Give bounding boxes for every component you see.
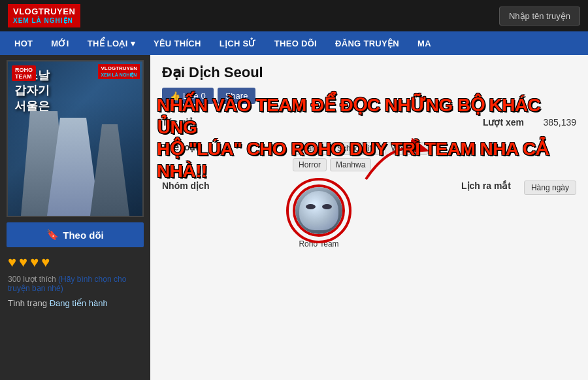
bookmark-icon: 🔖 [46,229,59,241]
stars-row: ♥ ♥ ♥ ♥ [5,254,50,271]
logo-line2: XEM LÀ NGHIỆN [13,17,75,25]
navigation: HOT MỚI THỂ LOẠI ▾ YÊU THÍCH LỊCH SỬ THE… [0,31,588,55]
votes-count: 300 lượt thích [8,275,56,284]
manga-title: Đại Dịch Seoul [162,64,576,81]
overlay-text: NHẤN VÀO TEAM ĐỂ ĐỌC NHỮNG BỘ KHÁC ỦNG H… [157,94,581,182]
sidebar: VLOGTRUYENXEM LÀ NGHIỆN 어느날갑자기서울은 ROHOTE… [0,55,150,380]
nhom-dich-value: Roho Team [293,177,433,252]
lich-badge: Hàng ngày [524,181,576,195]
logo-area: VLOGTRUYEN XEM LÀ NGHIỆN [8,4,80,27]
overlay-line1: NHẤN VÀO TEAM ĐỂ ĐỌC NHỮNG BỘ KHÁC ỦNG [157,94,581,138]
status-label: Tình trạng [8,298,47,308]
cover-characters [8,98,142,216]
nav-ma[interactable]: MA [408,31,440,55]
face-shape [299,191,338,230]
team-name: Roho Team [293,239,345,249]
nav-the-loai[interactable]: THỂ LOẠI ▾ [78,31,144,55]
cover-image: VLOGTRUYENXEM LÀ NGHIỆN 어느날갑자기서울은 ROHOTE… [7,60,144,217]
team-container[interactable]: Roho Team [293,184,345,249]
logo[interactable]: VLOGTRUYEN XEM LÀ NGHIỆN [8,4,80,27]
team-avatar[interactable] [293,184,345,237]
nav-yeu-thich[interactable]: YÊU THÍCH [144,31,210,55]
star-2[interactable]: ♥ [19,254,27,271]
team-avatar-inner [295,187,342,234]
header: VLOGTRUYEN XEM LÀ NGHIỆN Nhập tên truyện [0,0,588,31]
nav-hot[interactable]: HOT [5,31,42,55]
search-button[interactable]: Nhập tên truyện [499,7,580,26]
status-value: Đang tiến hành [50,298,108,308]
logo-line1: VLOGTRUYEN [13,7,75,17]
nhom-dich-row: Nhóm dịch Roho Team Lịch ra mắt Hàng ngà… [162,177,576,252]
content-area: Đại Dịch Seoul 👍 Like 0 Share NHẤN VÀO T… [150,55,588,380]
star-1[interactable]: ♥ [8,254,16,271]
follow-label: Theo dõi [63,230,104,241]
nav-theo-doi[interactable]: THEO DÕI [265,31,326,55]
follow-button[interactable]: 🔖 Theo dõi [7,222,144,247]
cover-logo: VLOGTRUYENXEM LÀ NGHIỆN [98,64,140,79]
roho-badge: ROHOTEAM [12,65,36,81]
star-3[interactable]: ♥ [30,254,39,271]
star-4[interactable]: ♥ [41,254,50,271]
status-row: Tình trạng Đang tiến hành [5,298,108,308]
nav-dang-truyen[interactable]: ĐĂNG TRUYỆN [326,31,408,55]
rating-text: 300 lượt thích (Hãy bình chọn cho truyện… [5,275,145,293]
nav-lich-su[interactable]: LỊCH SỬ [210,31,265,55]
overlay-line2: HỘ "LÚA" CHO ROHO DUY TRÌ TEAM NHA CẢ NH… [157,138,581,182]
main-content: VLOGTRUYENXEM LÀ NGHIỆN 어느날갑자기서울은 ROHOTE… [0,55,588,380]
nav-moi[interactable]: MỚI [42,31,78,55]
